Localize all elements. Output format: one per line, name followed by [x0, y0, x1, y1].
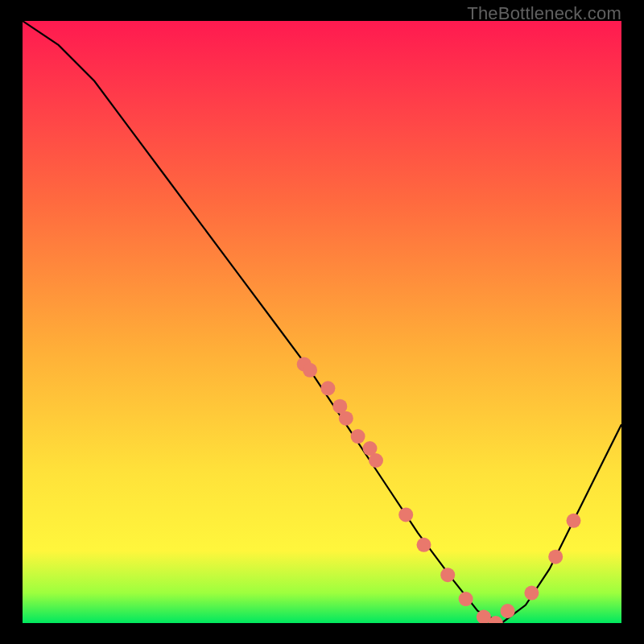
highlight-dot: [567, 514, 581, 528]
highlight-dot: [398, 507, 413, 522]
highlight-dot: [440, 568, 455, 582]
highlight-dot: [548, 550, 563, 564]
highlight-dots: [297, 357, 581, 623]
highlight-dot: [524, 586, 539, 601]
curve-svg: [23, 21, 621, 623]
highlight-dot: [501, 604, 515, 618]
highlight-dot: [320, 381, 335, 395]
plot-area: [23, 21, 621, 623]
bottleneck-curve-path: [23, 21, 621, 623]
highlight-dot: [459, 592, 473, 606]
axis-tick-left: [11, 306, 23, 312]
highlight-dot: [369, 453, 383, 468]
highlight-dot: [339, 411, 353, 426]
highlight-dot: [417, 538, 431, 552]
highlight-dot: [351, 429, 365, 444]
axis-tick-bottom: [319, 623, 325, 634]
highlight-dot: [303, 363, 317, 378]
chart-container: TheBottleneck.com: [0, 0, 644, 644]
